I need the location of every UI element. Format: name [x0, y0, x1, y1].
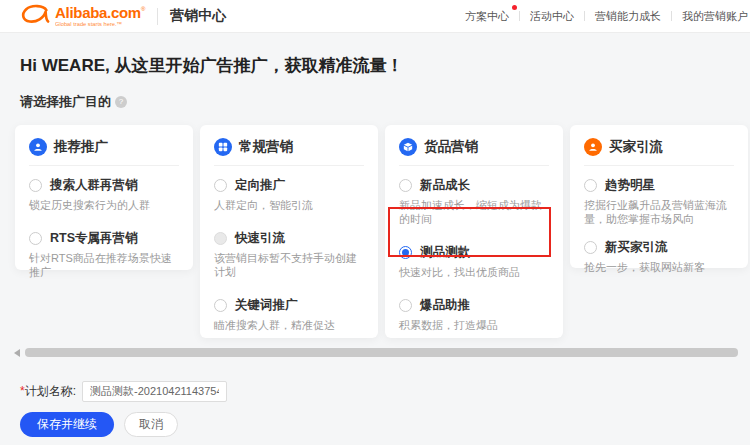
nav-item-label: 方案中心 — [465, 10, 509, 22]
page-greeting: Hi WEARE, 从这里开始广告推广，获取精准流量！ — [20, 54, 403, 77]
radio-unselected-icon[interactable] — [584, 179, 597, 192]
user-icon — [584, 138, 602, 156]
option-description: 锁定历史搜索行为的人群 — [29, 198, 179, 212]
card-header: 买家引流 — [584, 138, 734, 166]
nav-item-label: 我的营销账户 — [682, 10, 748, 22]
option-description: 新品加速成长，缩短成为爆款的时间 — [399, 198, 549, 226]
action-buttons: 保存并继续 取消 — [20, 412, 178, 437]
grid-icon — [214, 138, 232, 156]
option-targeted-promotion[interactable]: 定向推广 人群定向，智能引流 — [214, 176, 364, 212]
package-icon — [399, 138, 417, 156]
radio-unselected-icon[interactable] — [584, 241, 597, 254]
radio-unselected-icon[interactable] — [214, 179, 227, 192]
radio-unselected-icon[interactable] — [399, 299, 412, 312]
nav-item-label: 活动中心 — [530, 10, 574, 22]
option-description: 该营销目标暂不支持手动创建计划 — [214, 251, 364, 279]
registered-mark: ® — [141, 6, 145, 12]
plan-name-label: *计划名称: — [20, 383, 76, 400]
option-description: 快速对比，找出优质商品 — [399, 265, 549, 279]
section-title: 请选择推广目的 — [20, 93, 111, 111]
card-recommend-promotion: 推荐推广 搜索人群再营销 锁定历史搜索行为的人群 RTS专属再营销 针对RTS商… — [15, 125, 193, 270]
option-description: 抢先一步，获取网站新客 — [584, 260, 734, 274]
card-buyer-traffic: 买家引流 趋势明星 挖掘行业飙升品及营销蓝海流量，助您掌握市场风向 新买家引流 … — [570, 125, 748, 268]
app-title: 营销中心 — [170, 7, 226, 25]
option-label[interactable]: 趋势明星 — [605, 177, 655, 194]
option-quick-traffic: 快速引流 该营销目标暂不支持手动创建计划 — [214, 229, 364, 279]
section-header: 请选择推广目的 ? — [20, 93, 127, 111]
option-keyword-promotion[interactable]: 关键词推广 瞄准搜索人群，精准促达 — [214, 296, 364, 332]
nav-item-my-marketing-account[interactable]: 我的营销账户 — [672, 9, 750, 24]
nav-item-activity-center[interactable]: 活动中心 — [520, 9, 584, 24]
notification-dot — [512, 5, 517, 10]
option-description: 积累数据，打造爆品 — [399, 318, 549, 332]
option-label[interactable]: 爆品助推 — [420, 297, 470, 314]
option-description: 针对RTS商品在推荐场景快速推广 — [29, 251, 179, 279]
option-description: 挖掘行业飙升品及营销蓝海流量，助您掌握市场风向 — [584, 198, 734, 226]
option-label: 快速引流 — [235, 230, 285, 247]
logo-brand-text: Alibaba.com — [55, 5, 141, 20]
help-icon[interactable]: ? — [115, 96, 127, 108]
option-trend-star[interactable]: 趋势明星 挖掘行业飙升品及营销蓝海流量，助您掌握市场风向 — [584, 176, 734, 226]
promotion-goal-cards: 推荐推广 搜索人群再营销 锁定历史搜索行为的人群 RTS专属再营销 针对RTS商… — [15, 125, 748, 338]
scroll-left-arrow[interactable] — [14, 349, 20, 357]
card-product-marketing: 货品营销 新品成长 新品加速成长，缩短成为爆款的时间 测品测款 快速对比，找出优… — [385, 125, 563, 338]
option-description: 人群定向，智能引流 — [214, 198, 364, 212]
top-header: Alibaba.com ® Global trade starts here.™… — [0, 0, 750, 33]
option-label[interactable]: 新买家引流 — [605, 239, 668, 256]
radio-unselected-icon[interactable] — [29, 232, 42, 245]
card-header: 推荐推广 — [29, 138, 179, 166]
option-search-audience-remarketing[interactable]: 搜索人群再营销 锁定历史搜索行为的人群 — [29, 176, 179, 212]
nav-item-label: 营销能力成长 — [595, 10, 661, 22]
option-new-buyer-traffic[interactable]: 新买家引流 抢先一步，获取网站新客 — [584, 238, 734, 274]
header-divider — [157, 8, 158, 25]
alibaba-logo-icon — [20, 4, 50, 29]
option-label[interactable]: RTS专属再营销 — [50, 230, 138, 247]
option-rts-exclusive-remarketing[interactable]: RTS专属再营销 针对RTS商品在推荐场景快速推广 — [29, 229, 179, 279]
save-and-continue-button[interactable]: 保存并继续 — [20, 412, 114, 437]
card-title: 推荐推广 — [54, 138, 108, 156]
card-header: 货品营销 — [399, 138, 549, 166]
option-label[interactable]: 关键词推广 — [235, 297, 298, 314]
plan-name-form: *计划名称: — [20, 381, 227, 402]
nav-item-solution-center[interactable]: 方案中心 — [455, 9, 519, 24]
radio-disabled-icon — [214, 232, 227, 245]
option-new-product-growth[interactable]: 新品成长 新品加速成长，缩短成为爆款的时间 — [399, 176, 549, 226]
logo-tagline: Global trade starts here.™ — [55, 21, 129, 27]
option-description: 瞄准搜索人群，精准促达 — [214, 318, 364, 332]
option-label[interactable]: 定向推广 — [235, 177, 285, 194]
plan-name-label-text: 计划名称: — [25, 384, 76, 398]
card-header: 常规营销 — [214, 138, 364, 166]
plan-name-input[interactable] — [82, 381, 227, 402]
horizontal-scrollbar[interactable] — [25, 348, 738, 357]
card-title: 买家引流 — [609, 138, 663, 156]
nav-item-marketing-growth[interactable]: 营销能力成长 — [585, 9, 671, 24]
cancel-button[interactable]: 取消 — [124, 412, 178, 437]
alibaba-logo[interactable]: Alibaba.com ® Global trade starts here.™ — [20, 4, 145, 29]
option-product-testing[interactable]: 测品测款 快速对比，找出优质商品 — [399, 243, 549, 279]
card-title: 常规营销 — [239, 138, 293, 156]
user-icon — [29, 138, 47, 156]
option-label[interactable]: 搜索人群再营销 — [50, 177, 138, 194]
radio-selected-icon[interactable] — [399, 246, 412, 259]
radio-unselected-icon[interactable] — [29, 179, 42, 192]
card-title: 货品营销 — [424, 138, 478, 156]
card-regular-marketing: 常规营销 定向推广 人群定向，智能引流 快速引流 该营销目标暂不支持手动创建计划… — [200, 125, 378, 338]
radio-unselected-icon[interactable] — [214, 299, 227, 312]
option-hot-product-boost[interactable]: 爆品助推 积累数据，打造爆品 — [399, 296, 549, 332]
radio-unselected-icon[interactable] — [399, 179, 412, 192]
logo-text: Alibaba.com ® Global trade starts here.™ — [55, 5, 145, 28]
option-label[interactable]: 测品测款 — [420, 244, 470, 261]
option-label[interactable]: 新品成长 — [420, 177, 470, 194]
header-nav: 方案中心 活动中心 营销能力成长 我的营销账户 — [455, 9, 750, 24]
